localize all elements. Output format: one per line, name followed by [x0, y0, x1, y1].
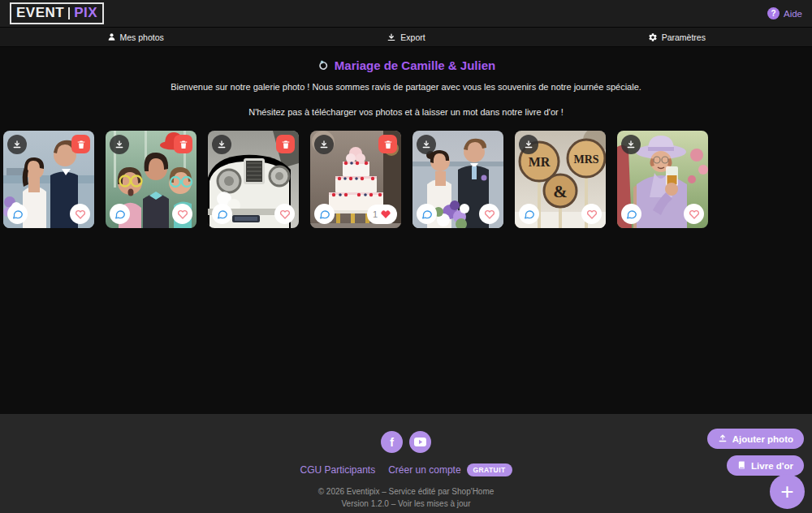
comment-icon[interactable]: [110, 204, 130, 224]
add-photo-fab[interactable]: +: [770, 474, 805, 509]
brand-logo-divider: [68, 7, 70, 19]
guestbook-label: Livre d'or: [751, 461, 793, 471]
photo-card-5[interactable]: [412, 131, 503, 228]
sign-text-mr: MR: [529, 155, 551, 169]
add-photo-label: Ajouter photo: [732, 434, 793, 444]
like-count: 1: [373, 209, 378, 219]
download-icon[interactable]: [519, 135, 538, 154]
footer-links: CGU Participants Créer un compte GRATUIT: [0, 463, 812, 476]
photo-card-1[interactable]: [3, 131, 94, 228]
download-icon[interactable]: [621, 135, 641, 154]
photo-card-6[interactable]: MR & MRS: [515, 131, 606, 228]
nav-item-mes-photos[interactable]: Mes photos: [0, 28, 270, 46]
person-icon: [107, 32, 116, 41]
heart-icon[interactable]: [684, 204, 704, 224]
gallery-page: Mariage de Camille & Julien Bienvenue su…: [0, 47, 812, 414]
trash-icon[interactable]: [276, 135, 295, 153]
heart-icon[interactable]: [479, 204, 499, 224]
nav-label: Mes photos: [120, 32, 164, 42]
nav-item-export[interactable]: Export: [270, 28, 541, 46]
nav-label: Paramètres: [662, 32, 706, 42]
trash-icon[interactable]: [71, 135, 90, 153]
youtube-icon[interactable]: [409, 431, 431, 453]
heart-icon[interactable]: [172, 204, 192, 224]
photo-card-2[interactable]: [106, 131, 197, 228]
page-title-text: Mariage de Camille & Julien: [335, 58, 495, 72]
main-nav: Mes photos Export Paramètres: [0, 28, 812, 47]
welcome-line-1: Bienvenue sur notre galerie photo ! Nous…: [0, 82, 812, 92]
version-label: Version 1.2.0 – Voir les mises à jour: [342, 499, 471, 508]
guestbook-button[interactable]: Livre d'or: [727, 455, 804, 476]
photo-card-3[interactable]: [208, 131, 299, 228]
facebook-icon[interactable]: f: [381, 431, 403, 453]
cgu-link[interactable]: CGU Participants: [300, 464, 375, 476]
version-text[interactable]: Version 1.2.0 – Voir les mises à jour: [0, 499, 812, 508]
add-photo-button[interactable]: Ajouter photo: [707, 429, 804, 449]
top-header: EVENT PIX ? Aide: [0, 0, 812, 28]
brand-logo[interactable]: EVENT PIX: [10, 2, 104, 24]
sign-text-mrs: MRS: [573, 153, 598, 166]
trash-icon[interactable]: [378, 135, 397, 153]
create-account-link[interactable]: Créer un compte: [388, 464, 460, 476]
heart-icon[interactable]: 1: [367, 205, 397, 224]
sign-text-amp: &: [553, 182, 568, 201]
heart-icon[interactable]: [70, 204, 90, 224]
download-icon[interactable]: [110, 135, 129, 154]
brand-logo-pix: PIX: [74, 4, 97, 22]
help-button[interactable]: ? Aide: [767, 7, 802, 19]
comment-icon[interactable]: [314, 204, 335, 224]
comment-icon[interactable]: [7, 204, 28, 224]
download-icon[interactable]: [417, 135, 436, 154]
download-icon[interactable]: [314, 135, 334, 154]
trash-icon[interactable]: [174, 135, 192, 153]
nav-label: Export: [400, 32, 425, 42]
comment-icon[interactable]: [621, 204, 641, 224]
gear-icon: [648, 32, 658, 42]
download-icon: [387, 32, 396, 42]
free-badge: GRATUIT: [467, 463, 512, 476]
photo-card-4[interactable]: 1: [310, 131, 401, 228]
brand-logo-event: EVENT: [16, 4, 64, 22]
photo-card-7[interactable]: [617, 131, 708, 228]
book-icon: [737, 460, 746, 472]
footer-action-buttons: Ajouter photo Livre d'or: [707, 429, 804, 476]
copyright-text: © 2026 Eventipix – Service édité par Sho…: [0, 487, 812, 496]
help-label: Aide: [784, 9, 802, 19]
footer: f CGU Participants Créer un compte GRATU…: [0, 414, 812, 513]
social-links: f: [0, 414, 812, 453]
ring-icon: [317, 58, 330, 73]
question-mark-icon: ?: [767, 7, 780, 19]
welcome-line-2: N'hésitez pas à télécharger vos photos e…: [0, 107, 812, 117]
comment-icon[interactable]: [519, 204, 539, 224]
comment-icon[interactable]: [212, 204, 232, 224]
download-icon[interactable]: [212, 135, 231, 154]
upload-icon: [718, 433, 728, 445]
download-icon[interactable]: [7, 135, 27, 154]
heart-icon[interactable]: [274, 204, 295, 224]
page-title: Mariage de Camille & Julien: [0, 58, 812, 73]
nav-item-parametres[interactable]: Paramètres: [542, 28, 812, 46]
comment-icon[interactable]: [417, 204, 437, 224]
facebook-glyph: f: [390, 436, 394, 449]
photo-grid: 1: [0, 131, 812, 228]
heart-icon[interactable]: [581, 204, 602, 224]
